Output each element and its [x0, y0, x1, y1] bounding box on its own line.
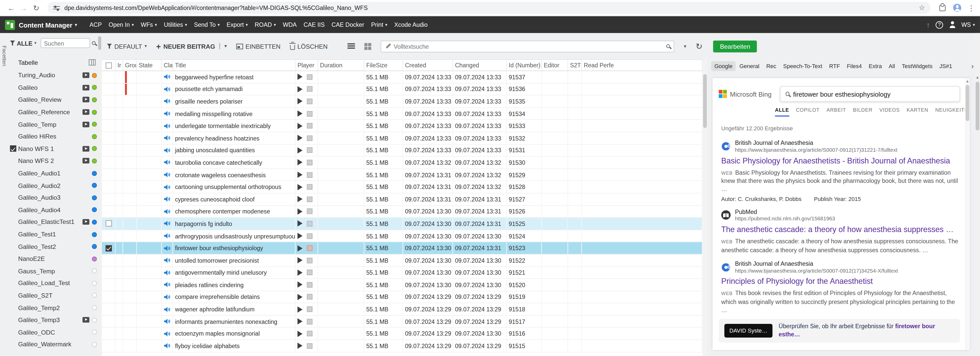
play-button[interactable]	[298, 184, 303, 190]
column-header-player[interactable]: Player	[296, 60, 318, 71]
stop-button[interactable]	[307, 307, 312, 312]
scroll-up-icon[interactable]: ▲	[966, 79, 969, 83]
user-icon[interactable]	[949, 21, 956, 28]
user-menu[interactable]: WS ▾	[961, 21, 975, 28]
scrollbar-thumb[interactable]	[976, 82, 980, 131]
play-button[interactable]	[298, 306, 303, 312]
stop-button[interactable]	[307, 184, 312, 190]
table-row[interactable]: arthrogryposis undisastrously unpresumpt…	[102, 230, 703, 242]
sidebar-item[interactable]: Galileo_Watermark	[8, 338, 102, 350]
sidebar-item[interactable]: Galileo_Reference	[8, 106, 102, 118]
column-header-class[interactable]: Class	[162, 60, 173, 71]
row-checkbox[interactable]	[105, 221, 111, 227]
browser-menu-icon[interactable]: ⋮	[967, 3, 975, 12]
play-button[interactable]	[298, 111, 303, 117]
menu-item[interactable]: WDA ▾	[283, 21, 296, 28]
column-header-state[interactable]: State	[137, 60, 162, 71]
table-row[interactable]: poussette etch yamamadi 55.1 MB 09.07.20…	[102, 83, 703, 96]
forward-icon[interactable]: →	[18, 3, 30, 12]
filter-all-dropdown[interactable]: ALLE	[17, 40, 32, 46]
table-row[interactable]: underlegate tormentable inextricably 55.…	[102, 120, 703, 132]
scrollbar-thumb[interactable]	[703, 74, 707, 128]
detail-tab[interactable]: All	[886, 61, 898, 71]
bing-search-box[interactable]	[780, 86, 960, 102]
sidebar-item[interactable]: Galileo_Test1	[8, 228, 102, 240]
sidebar-search-field[interactable]	[41, 38, 90, 48]
stop-button[interactable]	[307, 123, 312, 128]
detail-tab[interactable]: TestWidgets	[899, 61, 935, 71]
table-row[interactable]: antigovernmentally mirid unelusory 55.1 …	[102, 267, 703, 279]
menu-item[interactable]: ROAD ▾	[255, 21, 276, 28]
table-row[interactable]: cartooning unsupplemental orthotropous 5…	[102, 181, 703, 193]
sidebar-item[interactable]: Nano WFS 1	[8, 142, 102, 155]
table-row[interactable]: harpagornis fg indulto 55.1 MB 09.07.202…	[102, 218, 703, 230]
sidebar-item[interactable]: Galileo_Review	[8, 94, 102, 106]
play-button[interactable]	[298, 98, 303, 104]
table-row[interactable]: jabbing unosculated quantities 55.1 MB 0…	[102, 145, 703, 157]
search-icon[interactable]	[666, 44, 670, 48]
menu-item[interactable]: Print ▾	[371, 21, 387, 28]
column-header-changed[interactable]: Changed	[453, 60, 507, 71]
column-header-group[interactable]: Grou	[123, 60, 137, 71]
bing-search-input[interactable]	[793, 90, 954, 98]
menu-item[interactable]: Export ▾	[226, 21, 248, 28]
column-header-created[interactable]: Created	[403, 60, 453, 71]
table-row[interactable]: beggarweed hyperfine retoast 55.1 MB 09.…	[102, 71, 703, 83]
play-button[interactable]	[298, 74, 303, 80]
sidebar-scrollbar[interactable]	[97, 35, 102, 356]
refresh-icon[interactable]: ↻	[696, 42, 703, 50]
sidebar-item[interactable]: Galileo_Audio4	[8, 204, 102, 216]
facetten-label[interactable]: Facetten	[1, 46, 7, 66]
table-row[interactable]: firetower bour esthesiophysiology 55.1 M…	[102, 242, 703, 255]
stop-button[interactable]	[307, 196, 312, 202]
sidebar-item[interactable]: Galileo_Audio3	[8, 191, 102, 204]
stop-button[interactable]	[307, 160, 312, 165]
menu-item[interactable]: CAE Docker ▾	[331, 21, 364, 28]
menu-item[interactable]: Xcode Audio ▾	[395, 21, 428, 28]
stop-button[interactable]	[307, 135, 312, 141]
search-icon[interactable]	[785, 92, 789, 96]
play-button[interactable]	[298, 123, 303, 129]
stop-button[interactable]	[307, 319, 312, 324]
column-header-filesize[interactable]: FileSize	[364, 60, 403, 71]
play-button[interactable]	[298, 221, 303, 227]
menu-item[interactable]: Send To ▾	[194, 21, 220, 28]
sidebar-item[interactable]: Galileo_Temp	[8, 118, 102, 130]
back-icon[interactable]: ←	[5, 3, 18, 12]
default-filter-button[interactable]: DEFAULT ▾	[107, 43, 146, 50]
sidebar-item[interactable]: Gauss_Temp	[8, 265, 102, 277]
table-row[interactable]: medalling misspelling rotative 55.1 MB 0…	[102, 108, 703, 120]
play-button[interactable]	[298, 343, 303, 349]
list-view-icon[interactable]	[348, 43, 355, 49]
detail-tab[interactable]: Extra	[865, 61, 885, 71]
table-row[interactable]: informants praemunientes nonexacting 55.…	[102, 316, 703, 328]
stop-button[interactable]	[307, 87, 312, 92]
play-button[interactable]	[298, 294, 303, 300]
column-header-readperf[interactable]: Read Perfe	[582, 60, 702, 71]
detail-tab[interactable]: Google	[711, 61, 736, 71]
column-header-s2t[interactable]: S2T	[568, 60, 582, 71]
table-row[interactable]: crotonate wageless coenaesthesis 55.1 MB…	[102, 169, 703, 181]
play-button[interactable]	[298, 172, 303, 178]
extensions-icon[interactable]	[939, 5, 945, 11]
grid-view-icon[interactable]	[364, 43, 371, 50]
detail-tab[interactable]: Files4	[843, 61, 865, 71]
bing-tab[interactable]: ALLE	[775, 108, 789, 117]
column-header-editor[interactable]: Editor	[542, 60, 568, 71]
column-header-title[interactable]: Title	[173, 60, 296, 71]
sidebar-item[interactable]: Galileo_Load_Test	[8, 277, 102, 290]
bing-tab[interactable]: VIDEOS	[879, 108, 900, 117]
columns-icon[interactable]	[89, 59, 95, 65]
stop-button[interactable]	[307, 233, 312, 239]
bing-scrollbar[interactable]: ▲	[965, 78, 970, 350]
select-all-checkbox[interactable]	[105, 62, 111, 68]
stop-button[interactable]	[307, 147, 312, 153]
new-entry-button[interactable]: + NEUER BEITRAG ▾	[156, 42, 226, 50]
sidebar-search-input[interactable]	[44, 40, 87, 46]
edit-button[interactable]: Bearbeiten	[713, 40, 757, 52]
site-settings-icon[interactable]	[53, 5, 60, 11]
play-button[interactable]	[298, 160, 303, 166]
profile-avatar[interactable]	[953, 4, 961, 12]
play-button[interactable]	[298, 269, 303, 276]
scrollbar-thumb[interactable]	[98, 36, 101, 50]
